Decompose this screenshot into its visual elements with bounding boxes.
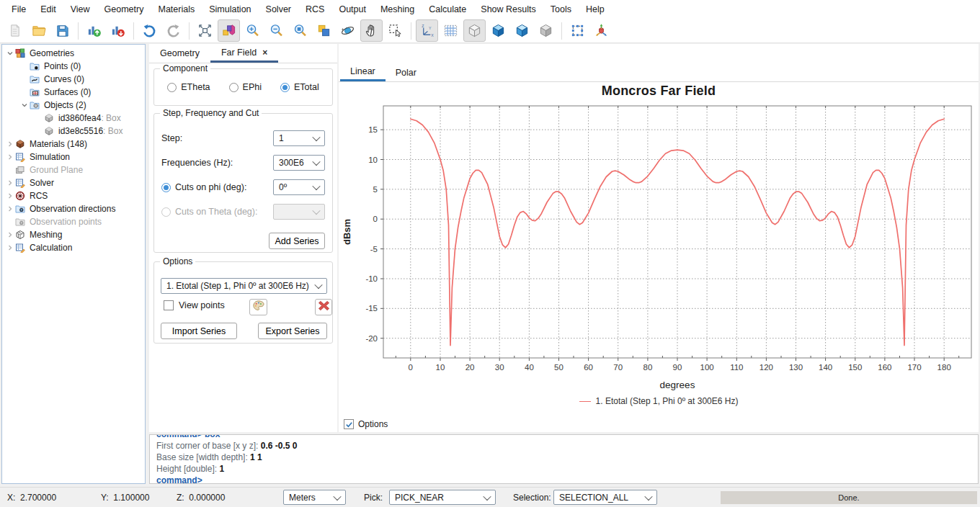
menu-item-calculate[interactable]: Calculate (422, 0, 473, 19)
frequencies-select[interactable]: 300E6 (273, 155, 325, 171)
chart-options-checkbox[interactable] (344, 419, 354, 429)
menu-item-show-results[interactable]: Show Results (473, 0, 543, 19)
menu-item-output[interactable]: Output (331, 0, 373, 19)
menu-item-simulation[interactable]: Simulation (202, 0, 258, 19)
tab-geometry[interactable]: Geometry (149, 44, 210, 63)
cuts-theta-radio (161, 207, 171, 217)
menu-item-geometry[interactable]: Geometry (97, 0, 151, 19)
tree-item-id3860fea4[interactable]: id3860fea4 : Box (2, 112, 145, 125)
tree-item-surfaces-0[interactable]: Surfaces (0) (2, 86, 145, 99)
open-folder-button[interactable] (27, 19, 50, 42)
add-series-button[interactable]: Add Series (269, 233, 325, 249)
cube-blue2-button[interactable] (511, 19, 533, 42)
origin-axes-button[interactable] (590, 19, 612, 42)
tree-item-meshing[interactable]: Meshing (2, 228, 145, 241)
command-console[interactable]: command> box First corner of base [x y z… (149, 434, 979, 484)
tree-item-observation-directions[interactable]: Observation directions (2, 202, 145, 215)
step-select[interactable]: 1 (273, 130, 325, 146)
tab-far-field[interactable]: Far Field× (210, 44, 278, 63)
svg-text:-5: -5 (370, 245, 378, 254)
cube-wireframe-button[interactable] (463, 19, 486, 42)
tree-item-points-0[interactable]: Points (0) (2, 60, 145, 73)
radio-etotal[interactable] (280, 83, 290, 92)
import-series-button[interactable]: Import Series (161, 323, 237, 339)
materials-icon (15, 139, 27, 149)
tree-item-solver[interactable]: Solver (2, 176, 145, 189)
grid-button[interactable] (440, 19, 462, 42)
chevron-collapsed-icon[interactable] (5, 205, 15, 212)
selection-box-button[interactable] (566, 19, 589, 42)
tree-item-rcs[interactable]: RCS (2, 189, 145, 202)
export-series-button[interactable]: Export Series (258, 323, 327, 339)
tab-polar[interactable]: Polar (386, 63, 427, 81)
cube-gray-button[interactable] (535, 19, 557, 42)
tab-linear[interactable]: Linear (340, 63, 386, 81)
menu-item-meshing[interactable]: Meshing (373, 0, 422, 19)
menu-item-edit[interactable]: Edit (33, 0, 63, 19)
tree-item-simulation[interactable]: Simulation (2, 151, 145, 163)
pick-select[interactable]: PICK_NEAR (389, 490, 496, 505)
chevron-collapsed-icon[interactable] (5, 153, 15, 161)
selection-select[interactable]: SELECTION_ALL (553, 490, 657, 505)
tree-item-id3e8c5516[interactable]: id3e8c5516 : Box (2, 125, 145, 138)
menu-item-file[interactable]: File (4, 0, 33, 19)
tree-item-calculation[interactable]: Calculation (2, 241, 145, 254)
svg-text:0: 0 (373, 215, 378, 223)
redo-button[interactable] (162, 19, 184, 42)
chevron-collapsed-icon[interactable] (5, 231, 15, 238)
plot-export-button[interactable] (107, 19, 129, 42)
pan-button[interactable] (360, 19, 383, 42)
cube-blue-button[interactable] (487, 19, 509, 42)
delete-series-button[interactable] (315, 299, 332, 315)
radio-ephi[interactable] (229, 83, 239, 92)
close-icon[interactable]: × (262, 49, 267, 56)
svg-text:80: 80 (643, 363, 653, 372)
axes-button[interactable]: ZYX (416, 19, 438, 42)
series-select[interactable]: 1. Etotal (Step 1, Phi 0º at 300E6 Hz) (161, 278, 327, 294)
tree-item-geometries[interactable]: Geometries (2, 47, 145, 60)
chevron-collapsed-icon[interactable] (5, 244, 15, 251)
component-option-ephi[interactable]: EPhi (229, 82, 262, 92)
console-prompt[interactable]: command> (156, 475, 978, 484)
menu-item-rcs[interactable]: RCS (298, 0, 331, 19)
toolbar-separator (561, 22, 562, 40)
undo-button[interactable] (138, 19, 161, 42)
tree-item-materials-148[interactable]: Materials (148) (2, 138, 145, 151)
svg-text:50: 50 (554, 363, 564, 372)
menu-item-help[interactable]: Help (579, 0, 612, 19)
view-points-checkbox[interactable] (164, 300, 174, 310)
fit-view-button[interactable] (194, 19, 216, 42)
coord-z: Z: 0.000000 (177, 493, 225, 503)
chevron-collapsed-icon[interactable] (5, 192, 15, 199)
chevron-expanded-icon[interactable] (19, 102, 30, 109)
series-color-button[interactable] (249, 299, 267, 315)
menu-item-materials[interactable]: Materials (151, 0, 202, 19)
zoom-in-button[interactable] (241, 19, 264, 42)
radio-etheta[interactable] (167, 83, 177, 92)
tree-item-objects-2[interactable]: Objects (2) (2, 99, 145, 112)
component-option-etheta[interactable]: ETheta (167, 82, 210, 92)
chevron-collapsed-icon[interactable] (5, 179, 15, 187)
units-select[interactable]: Meters (283, 490, 346, 505)
tree-item-observation-points[interactable]: Observation points (2, 215, 145, 228)
menu-item-solver[interactable]: Solver (259, 0, 298, 19)
cuts-phi-radio[interactable] (161, 183, 171, 192)
cuts-phi-select[interactable]: 0º (273, 179, 325, 195)
chevron-expanded-icon[interactable] (5, 50, 15, 57)
component-option-etotal[interactable]: ETotal (280, 82, 319, 92)
zoom-out-button[interactable] (265, 19, 288, 42)
zoom-window-button[interactable] (289, 19, 311, 42)
tree-item-curves-0[interactable]: Curves (0) (2, 73, 145, 86)
plot-import-button[interactable] (83, 19, 105, 42)
bring-front-button[interactable] (313, 19, 335, 42)
menu-item-view[interactable]: View (63, 0, 97, 19)
orbit-button[interactable] (337, 19, 359, 42)
menu-item-tools[interactable]: Tools (543, 0, 579, 19)
save-button[interactable] (51, 19, 74, 42)
view-cubes-button[interactable] (218, 19, 240, 42)
chevron-collapsed-icon[interactable] (5, 140, 15, 148)
select-button[interactable] (384, 19, 406, 42)
new-document-button[interactable] (4, 19, 26, 42)
tree-item-ground-plane[interactable]: Ground Plane (2, 163, 145, 176)
svg-text:20: 20 (466, 363, 475, 372)
